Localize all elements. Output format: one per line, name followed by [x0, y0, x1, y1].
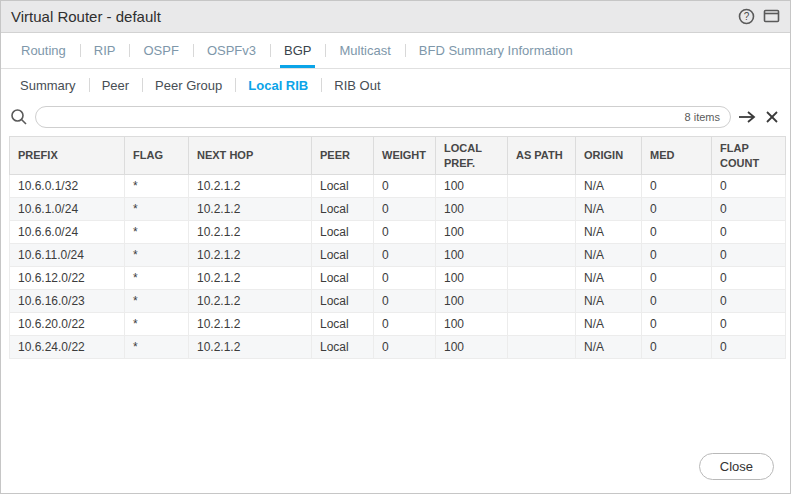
cell-as-path [508, 290, 576, 313]
cell-weight: 0 [374, 313, 436, 336]
cell-flap-count: 0 [712, 290, 786, 313]
dialog-title: Virtual Router - default [11, 8, 161, 25]
help-icon[interactable]: ? [738, 8, 755, 25]
cell-next-hop: 10.2.1.2 [189, 244, 312, 267]
table-row: 10.6.11.0/24*10.2.1.2Local0100N/A00 [10, 244, 786, 267]
cell-peer: Local [312, 267, 374, 290]
subtab-peer-group[interactable]: Peer Group [142, 69, 235, 101]
cell-peer: Local [312, 336, 374, 359]
apply-filter-icon[interactable] [738, 108, 756, 126]
cell-local-pref: 100 [436, 244, 508, 267]
cell-flag: * [125, 221, 189, 244]
cell-peer: Local [312, 313, 374, 336]
cell-flap-count: 0 [712, 198, 786, 221]
items-count: 8 items [685, 111, 720, 123]
column-header-local-pref[interactable]: LOCAL PREF. [436, 137, 508, 175]
cell-med: 0 [642, 198, 712, 221]
subtab-peer[interactable]: Peer [89, 69, 142, 101]
cell-flag: * [125, 336, 189, 359]
cell-flag: * [125, 313, 189, 336]
column-header-next-hop[interactable]: NEXT HOP [189, 137, 312, 175]
tab-multicast[interactable]: Multicast [325, 33, 404, 68]
cell-origin: N/A [576, 175, 642, 198]
prefix-link[interactable]: 10.6.0.1/32 [10, 175, 125, 198]
table-row: 10.6.0.1/32*10.2.1.2Local0100N/A00 [10, 175, 786, 198]
cell-origin: N/A [576, 336, 642, 359]
column-header-flap-count[interactable]: FLAP COUNT [712, 137, 786, 175]
cell-origin: N/A [576, 198, 642, 221]
tab-bfd-summary-information[interactable]: BFD Summary Information [405, 33, 587, 68]
cell-local-pref: 100 [436, 313, 508, 336]
prefix-link[interactable]: 10.6.20.0/22 [10, 313, 125, 336]
cell-med: 0 [642, 290, 712, 313]
local-rib-table: PREFIXFLAGNEXT HOPPEERWEIGHTLOCAL PREF.A… [9, 136, 786, 359]
column-header-peer[interactable]: PEER [312, 137, 374, 175]
cell-origin: N/A [576, 267, 642, 290]
filter-input[interactable] [46, 110, 677, 124]
window-icon[interactable] [763, 8, 780, 25]
cell-med: 0 [642, 336, 712, 359]
column-header-prefix[interactable]: PREFIX [10, 137, 125, 175]
column-header-flag[interactable]: FLAG [125, 137, 189, 175]
cell-flag: * [125, 244, 189, 267]
prefix-link[interactable]: 10.6.12.0/22 [10, 267, 125, 290]
tab-ospf[interactable]: OSPF [129, 33, 192, 68]
subtab-summary[interactable]: Summary [7, 69, 89, 101]
close-button[interactable]: Close [699, 453, 774, 480]
tab-rip[interactable]: RIP [80, 33, 130, 68]
cell-as-path [508, 244, 576, 267]
cell-weight: 0 [374, 175, 436, 198]
column-header-med[interactable]: MED [642, 137, 712, 175]
cell-med: 0 [642, 221, 712, 244]
cell-weight: 0 [374, 221, 436, 244]
tab-routing[interactable]: Routing [7, 33, 80, 68]
cell-weight: 0 [374, 267, 436, 290]
cell-flap-count: 0 [712, 313, 786, 336]
clear-filter-icon[interactable] [763, 108, 781, 126]
cell-weight: 0 [374, 290, 436, 313]
prefix-link[interactable]: 10.6.11.0/24 [10, 244, 125, 267]
cell-origin: N/A [576, 221, 642, 244]
cell-flag: * [125, 267, 189, 290]
cell-flap-count: 0 [712, 336, 786, 359]
prefix-link[interactable]: 10.6.24.0/22 [10, 336, 125, 359]
cell-peer: Local [312, 244, 374, 267]
cell-med: 0 [642, 267, 712, 290]
column-header-weight[interactable]: WEIGHT [374, 137, 436, 175]
column-header-as-path[interactable]: AS PATH [508, 137, 576, 175]
subtab-rib-out[interactable]: RIB Out [321, 69, 393, 101]
cell-as-path [508, 267, 576, 290]
prefix-link[interactable]: 10.6.1.0/24 [10, 198, 125, 221]
column-header-origin[interactable]: ORIGIN [576, 137, 642, 175]
cell-med: 0 [642, 175, 712, 198]
cell-next-hop: 10.2.1.2 [189, 175, 312, 198]
cell-weight: 0 [374, 336, 436, 359]
rib-table-container: PREFIXFLAGNEXT HOPPEERWEIGHTLOCAL PREF.A… [9, 136, 782, 359]
cell-flag: * [125, 198, 189, 221]
cell-local-pref: 100 [436, 336, 508, 359]
cell-origin: N/A [576, 290, 642, 313]
prefix-link[interactable]: 10.6.6.0/24 [10, 221, 125, 244]
tab-bgp[interactable]: BGP [270, 33, 325, 68]
cell-flap-count: 0 [712, 175, 786, 198]
virtual-router-dialog: Virtual Router - default ? RoutingRIPOSP… [0, 0, 791, 494]
cell-flap-count: 0 [712, 267, 786, 290]
primary-tab-bar: RoutingRIPOSPFOSPFv3BGPMulticastBFD Summ… [1, 33, 790, 69]
filter-bar: 8 items [1, 101, 790, 133]
cell-flag: * [125, 290, 189, 313]
cell-next-hop: 10.2.1.2 [189, 313, 312, 336]
secondary-tab-bar: SummaryPeerPeer GroupLocal RIBRIB Out [1, 69, 790, 101]
cell-origin: N/A [576, 244, 642, 267]
cell-flap-count: 0 [712, 244, 786, 267]
cell-peer: Local [312, 221, 374, 244]
cell-next-hop: 10.2.1.2 [189, 198, 312, 221]
cell-weight: 0 [374, 244, 436, 267]
subtab-local-rib[interactable]: Local RIB [235, 69, 321, 101]
table-row: 10.6.24.0/22*10.2.1.2Local0100N/A00 [10, 336, 786, 359]
cell-as-path [508, 198, 576, 221]
cell-local-pref: 100 [436, 290, 508, 313]
table-header-row: PREFIXFLAGNEXT HOPPEERWEIGHTLOCAL PREF.A… [10, 137, 786, 175]
search-icon[interactable] [10, 108, 28, 126]
tab-ospfv3[interactable]: OSPFv3 [193, 33, 270, 68]
prefix-link[interactable]: 10.6.16.0/23 [10, 290, 125, 313]
